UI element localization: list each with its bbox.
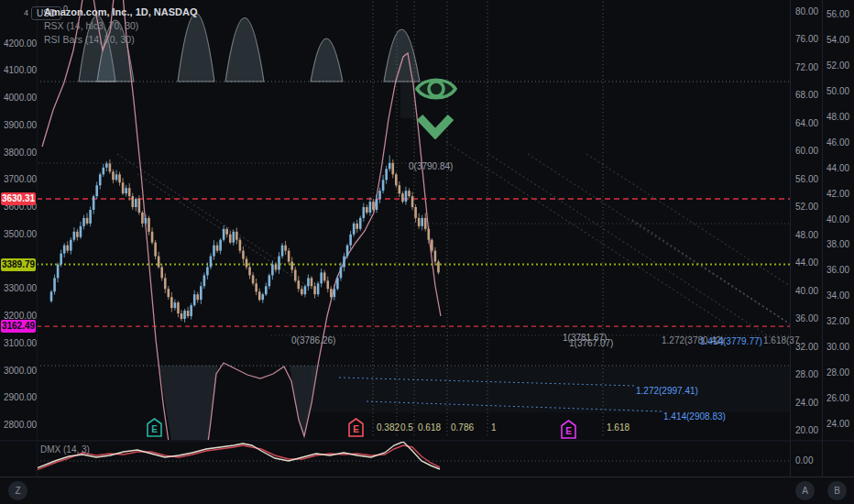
candle-body bbox=[170, 297, 173, 308]
candle-body bbox=[356, 224, 358, 229]
candle-body bbox=[395, 174, 398, 185]
shaded-column bbox=[400, 82, 415, 118]
left-axis-tick: 3300.00 bbox=[4, 283, 35, 293]
fib-time-label[interactable]: 0.618 bbox=[418, 422, 441, 433]
fib-annotation[interactable]: 0(3786.26) bbox=[291, 335, 335, 345]
candle-body bbox=[261, 294, 264, 300]
candle-body bbox=[424, 218, 427, 229]
candle-body bbox=[401, 193, 404, 202]
eye-icon[interactable] bbox=[414, 71, 458, 106]
candle-body bbox=[288, 251, 290, 262]
fib-annotation[interactable]: 1.414(2908.83) bbox=[663, 411, 726, 422]
candle-body bbox=[421, 218, 423, 226]
candle-body bbox=[428, 229, 431, 240]
fib-time-label[interactable]: 1.618 bbox=[607, 422, 630, 433]
badge-letter: E bbox=[151, 424, 158, 434]
left-axis-tick: 3700.00 bbox=[4, 174, 35, 184]
candle-body bbox=[63, 246, 66, 254]
candle-body bbox=[389, 163, 391, 170]
trend-channel-line[interactable] bbox=[586, 154, 790, 286]
right-axis-outer-tick: 38.00 bbox=[827, 239, 849, 249]
candle-body bbox=[284, 246, 287, 251]
candle-body bbox=[366, 207, 368, 213]
candle-body bbox=[57, 264, 60, 278]
candle-body bbox=[323, 272, 326, 280]
left-axis-tick: 3000.00 bbox=[4, 366, 35, 376]
price-flag[interactable]: 3162.49 bbox=[1, 320, 36, 333]
event-badge[interactable]: E bbox=[348, 418, 364, 437]
price-flag[interactable]: 3389.79 bbox=[1, 258, 36, 271]
candle-body bbox=[346, 246, 349, 257]
fib-annotation[interactable]: 1.272(2997.41) bbox=[636, 386, 698, 396]
trend-channel-line[interactable] bbox=[488, 154, 774, 340]
candle-body bbox=[258, 291, 261, 300]
candle-body bbox=[382, 180, 385, 191]
price-axis-right[interactable]: 80.0076.0072.0068.0064.0060.0056.0052.00… bbox=[790, 0, 854, 477]
candle-body bbox=[330, 289, 333, 297]
right-axis-inner-tick: 64.00 bbox=[795, 118, 818, 128]
price-axis-left[interactable]: 4200.004100.004000.003900.003800.003700.… bbox=[0, 0, 37, 477]
event-badge[interactable]: E bbox=[147, 418, 162, 437]
indicator-rsx-label[interactable]: RSX (14, hlc3, 70, 30) bbox=[44, 19, 197, 33]
right-axis-outer-tick: 52.00 bbox=[827, 60, 849, 71]
zoom-out-button[interactable]: Z bbox=[8, 481, 27, 500]
candle-body bbox=[206, 267, 209, 275]
candle-body bbox=[154, 243, 157, 257]
left-axis-tick: 3900.00 bbox=[4, 120, 35, 130]
left-axis-tick: 2800.00 bbox=[4, 420, 35, 430]
time-axis[interactable]: JulAugSepOctNovDec2022FebMarAprMay bbox=[0, 477, 854, 504]
candle-body bbox=[268, 275, 271, 286]
fib-annotation[interactable]: 1.618(37 bbox=[763, 335, 799, 345]
right-axis-inner-tick: 52.00 bbox=[795, 202, 818, 212]
candle-body bbox=[158, 257, 160, 268]
candle-body bbox=[80, 226, 82, 237]
button-b[interactable]: B bbox=[827, 481, 847, 500]
fib-annotation[interactable]: 0(3790.84) bbox=[409, 161, 453, 171]
candle-body bbox=[105, 163, 108, 167]
right-axis-inner-tick: 76.00 bbox=[795, 34, 818, 44]
candle-body bbox=[265, 286, 268, 294]
candle-body bbox=[278, 257, 280, 270]
candle-body bbox=[336, 278, 339, 289]
candle-body bbox=[200, 286, 203, 300]
button-a[interactable]: A bbox=[795, 481, 815, 500]
symbol-title[interactable]: Amazon.com, Inc., 1D, NASDAQ bbox=[44, 5, 197, 19]
candle-body bbox=[115, 174, 118, 180]
event-badge[interactable]: E bbox=[561, 420, 576, 439]
candle-body bbox=[190, 305, 192, 316]
candle-body bbox=[160, 267, 163, 278]
candle-body bbox=[378, 191, 381, 199]
right-axis-outer-tick: 50.00 bbox=[827, 86, 849, 96]
right-axis-outer-tick: 36.00 bbox=[827, 265, 849, 275]
indicator-rsi-bars-label[interactable]: RSI Bars (14, 70, 30) bbox=[44, 33, 197, 47]
fib-annotation[interactable]: 1(3767.07) bbox=[569, 338, 613, 348]
candle-body bbox=[313, 286, 316, 294]
candle-body bbox=[177, 302, 180, 313]
candle-body bbox=[405, 191, 408, 202]
candle-body bbox=[187, 311, 190, 316]
candle-body bbox=[271, 264, 274, 275]
candle-body bbox=[86, 218, 89, 224]
fib-annotation[interactable]: 1.414(3779.77) bbox=[700, 336, 762, 346]
fib-time-label[interactable]: 1 bbox=[491, 422, 497, 433]
price-flag[interactable]: 3630.31 bbox=[1, 192, 36, 205]
candle-body bbox=[76, 232, 79, 237]
right-axis-inner-tick: 60.00 bbox=[795, 146, 818, 156]
candle-body bbox=[73, 232, 76, 240]
candle-body bbox=[125, 188, 127, 193]
candle-body bbox=[307, 278, 310, 286]
candle-body bbox=[95, 185, 98, 196]
candle-body bbox=[135, 199, 137, 207]
fib-time-label[interactable]: 0.382 bbox=[377, 422, 400, 433]
left-axis-tick: 3100.00 bbox=[4, 338, 35, 348]
candle-body bbox=[138, 199, 141, 213]
candle-body bbox=[128, 188, 131, 196]
fib-time-label[interactable]: 0.786 bbox=[451, 422, 474, 433]
right-axis-outer-tick: 56.00 bbox=[827, 9, 849, 19]
dmx-indicator-label[interactable]: DMX (14, 3) bbox=[40, 444, 90, 455]
trend-channel-line[interactable] bbox=[632, 220, 788, 323]
fib-time-label[interactable]: 0.5 bbox=[400, 422, 413, 433]
trend-channel-line[interactable] bbox=[528, 154, 790, 324]
trend-channel-line[interactable] bbox=[117, 154, 286, 266]
chevron-down-icon[interactable] bbox=[415, 114, 455, 139]
